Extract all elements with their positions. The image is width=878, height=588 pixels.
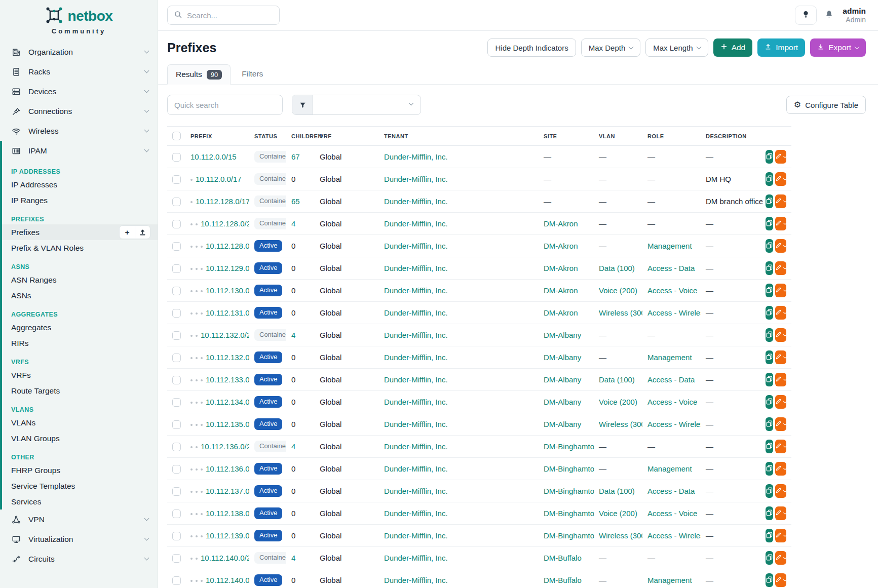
tenant-link[interactable]: Dunder-Mifflin, Inc.	[384, 398, 448, 406]
prefix-link[interactable]: 10.112.136.0/22	[201, 442, 249, 451]
sidebar-item-virtualization[interactable]: Virtualization	[0, 529, 158, 549]
prefix-link[interactable]: 10.112.136.0/28	[206, 464, 249, 473]
tenant-link[interactable]: Dunder-Mifflin, Inc.	[384, 264, 448, 272]
tenant-link[interactable]: Dunder-Mifflin, Inc.	[384, 152, 448, 161]
theme-toggle-button[interactable]	[795, 6, 817, 25]
site-link[interactable]: DM-Buffalo	[544, 554, 582, 562]
row-checkbox[interactable]	[172, 465, 181, 474]
tenant-link[interactable]: Dunder-Mifflin, Inc.	[384, 219, 448, 228]
role-link[interactable]: Access - Wireless	[647, 308, 701, 317]
clone-button[interactable]	[766, 395, 773, 409]
row-checkbox[interactable]	[172, 287, 181, 295]
edit-button[interactable]	[775, 306, 786, 320]
user-menu[interactable]: admin Admin	[843, 6, 866, 25]
prefix-link[interactable]: 10.112.135.0/24	[206, 420, 249, 428]
vlan-link[interactable]: Wireless (300)	[599, 420, 642, 428]
edit-button[interactable]	[775, 150, 786, 164]
role-link[interactable]: Access - Voice	[647, 398, 697, 406]
edit-button[interactable]	[775, 350, 786, 364]
sidebar-item-vpn[interactable]: VPN	[0, 509, 158, 529]
row-checkbox[interactable]	[172, 153, 181, 162]
tab-results[interactable]: Results 90	[167, 64, 231, 85]
global-search[interactable]	[167, 6, 280, 25]
sidebar-item-organization[interactable]: Organization	[0, 42, 158, 62]
edit-button[interactable]	[775, 217, 786, 230]
prefix-link[interactable]: 10.112.128.0/22	[201, 219, 249, 228]
edit-button[interactable]	[775, 529, 786, 542]
clone-button[interactable]	[766, 194, 773, 208]
vlan-link[interactable]: Wireless (300)	[599, 308, 642, 317]
sidebar-item-vlan-groups[interactable]: VLAN Groups	[2, 430, 158, 446]
column-header-vrf[interactable]: VRF	[315, 127, 379, 146]
vlan-link[interactable]: Data (100)	[599, 375, 635, 384]
site-link[interactable]: DM-Akron	[544, 264, 578, 272]
notifications-button[interactable]	[824, 10, 834, 21]
vlan-link[interactable]: Wireless (300)	[599, 531, 642, 540]
site-link[interactable]: DM-Akron	[544, 308, 578, 317]
tenant-link[interactable]: Dunder-Mifflin, Inc.	[384, 242, 448, 250]
sidebar-item-racks[interactable]: Racks	[0, 62, 158, 82]
role-link[interactable]: Access - Wireless	[647, 420, 701, 428]
hide-depth-indicators-button[interactable]: Hide Depth Indicators	[487, 38, 576, 57]
row-checkbox[interactable]	[172, 264, 181, 273]
role-link[interactable]: Access - Data	[647, 264, 695, 272]
add-button[interactable]: +	[120, 226, 135, 239]
tenant-link[interactable]: Dunder-Mifflin, Inc.	[384, 576, 448, 584]
tenant-link[interactable]: Dunder-Mifflin, Inc.	[384, 197, 448, 206]
tenant-link[interactable]: Dunder-Mifflin, Inc.	[384, 554, 448, 562]
clone-button[interactable]	[766, 373, 773, 386]
row-checkbox[interactable]	[172, 242, 181, 251]
role-link[interactable]: Management	[647, 242, 692, 250]
prefix-link[interactable]: 10.112.138.0/24	[206, 509, 249, 518]
tenant-link[interactable]: Dunder-Mifflin, Inc.	[384, 487, 448, 495]
column-header-description[interactable]: DESCRIPTION	[701, 127, 762, 146]
sidebar-item-fhrp-groups[interactable]: FHRP Groups	[2, 462, 158, 478]
tenant-link[interactable]: Dunder-Mifflin, Inc.	[384, 308, 448, 317]
row-checkbox[interactable]	[172, 331, 181, 340]
column-header-role[interactable]: ROLE	[642, 127, 701, 146]
row-checkbox[interactable]	[172, 509, 181, 518]
clone-button[interactable]	[766, 573, 773, 587]
edit-button[interactable]	[775, 573, 786, 587]
clone-button[interactable]	[766, 350, 773, 364]
row-checkbox[interactable]	[172, 398, 181, 407]
sidebar-item-connections[interactable]: Connections	[0, 101, 158, 121]
role-link[interactable]: Management	[647, 353, 692, 362]
edit-button[interactable]	[775, 172, 786, 186]
edit-button[interactable]	[775, 484, 786, 498]
clone-button[interactable]	[766, 172, 773, 186]
role-link[interactable]: Access - Voice	[647, 509, 697, 518]
role-link[interactable]: Access - Voice	[647, 286, 697, 295]
tenant-link[interactable]: Dunder-Mifflin, Inc.	[384, 531, 448, 540]
children-count-link[interactable]: 67	[291, 152, 300, 161]
max-depth-dropdown[interactable]: Max Depth	[581, 38, 641, 57]
edit-button[interactable]	[775, 395, 786, 409]
clone-button[interactable]	[766, 529, 773, 542]
site-link[interactable]: DM-Buffalo	[544, 576, 582, 584]
tab-filters[interactable]: Filters	[231, 64, 274, 84]
tenant-link[interactable]: Dunder-Mifflin, Inc.	[384, 420, 448, 428]
clone-button[interactable]	[766, 217, 773, 230]
filter-select-value[interactable]	[313, 95, 421, 114]
site-link[interactable]: DM-Albany	[544, 331, 581, 339]
column-header-prefix[interactable]: PREFIX	[185, 127, 249, 146]
edit-button[interactable]	[775, 462, 786, 476]
edit-button[interactable]	[775, 417, 786, 431]
prefix-link[interactable]: 10.112.140.0/28	[206, 576, 249, 584]
clone-button[interactable]	[766, 484, 773, 498]
select-all-checkbox[interactable]	[172, 132, 181, 140]
search-input[interactable]	[187, 11, 268, 20]
tenant-link[interactable]: Dunder-Mifflin, Inc.	[384, 331, 448, 339]
column-header-site[interactable]: SITE	[539, 127, 594, 146]
site-link[interactable]: DM-Albany	[544, 398, 581, 406]
site-link[interactable]: DM-Akron	[544, 219, 578, 228]
quick-search-input[interactable]	[167, 95, 283, 115]
prefix-link[interactable]: 10.112.133.0/24	[206, 375, 249, 384]
role-link[interactable]: Access - Data	[647, 375, 695, 384]
tenant-link[interactable]: Dunder-Mifflin, Inc.	[384, 175, 448, 183]
role-link[interactable]: Management	[647, 576, 692, 584]
prefix-link[interactable]: 10.112.134.0/24	[206, 398, 249, 406]
children-count-link[interactable]: 4	[291, 219, 295, 228]
clone-button[interactable]	[766, 551, 773, 565]
clone-button[interactable]	[766, 328, 773, 342]
